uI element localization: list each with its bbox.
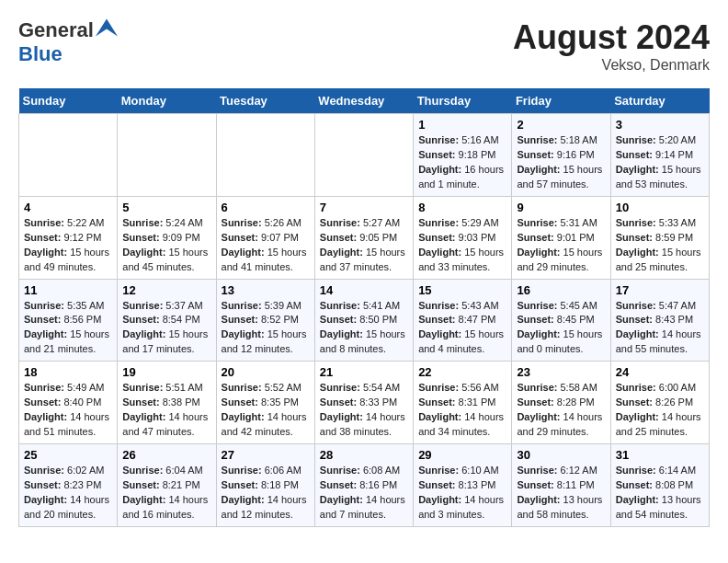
calendar-cell: 6Sunrise: 5:26 AMSunset: 9:07 PMDaylight… bbox=[216, 196, 314, 279]
day-number: 19 bbox=[122, 365, 210, 379]
calendar-cell: 2Sunrise: 5:18 AMSunset: 9:16 PMDaylight… bbox=[512, 114, 610, 197]
day-info: Sunrise: 5:29 AMSunset: 9:03 PMDaylight:… bbox=[418, 216, 506, 275]
day-number: 6 bbox=[222, 201, 310, 214]
calendar-cell: 4Sunrise: 5:22 AMSunset: 9:12 PMDaylight… bbox=[19, 196, 118, 279]
day-info: Sunrise: 6:12 AMSunset: 8:11 PMDaylight:… bbox=[517, 464, 605, 523]
logo-blue-text: Blue bbox=[18, 42, 63, 65]
calendar-cell: 13Sunrise: 5:39 AMSunset: 8:52 PMDayligh… bbox=[216, 279, 314, 362]
day-number: 16 bbox=[517, 283, 605, 297]
day-number: 23 bbox=[517, 365, 605, 379]
logo-bird-icon bbox=[96, 18, 118, 37]
calendar-cell: 5Sunrise: 5:24 AMSunset: 9:09 PMDaylight… bbox=[118, 196, 216, 279]
day-info: Sunrise: 5:16 AMSunset: 9:18 PMDaylight:… bbox=[418, 133, 506, 192]
logo: General Blue bbox=[18, 18, 118, 66]
calendar-cell: 14Sunrise: 5:41 AMSunset: 8:50 PMDayligh… bbox=[314, 279, 413, 362]
calendar-cell: 22Sunrise: 5:56 AMSunset: 8:31 PMDayligh… bbox=[414, 362, 512, 444]
calendar-week-3: 11Sunrise: 5:35 AMSunset: 8:56 PMDayligh… bbox=[19, 279, 710, 362]
header-day-sunday: Sunday bbox=[19, 88, 118, 114]
day-number: 29 bbox=[418, 448, 506, 462]
day-number: 22 bbox=[418, 365, 506, 379]
calendar-header-row: SundayMondayTuesdayWednesdayThursdayFrid… bbox=[19, 88, 710, 114]
calendar-cell: 26Sunrise: 6:04 AMSunset: 8:21 PMDayligh… bbox=[118, 444, 216, 527]
calendar-cell: 8Sunrise: 5:29 AMSunset: 9:03 PMDaylight… bbox=[414, 196, 512, 279]
calendar-cell: 25Sunrise: 6:02 AMSunset: 8:23 PMDayligh… bbox=[19, 444, 118, 527]
page-header: General Blue August 2024 Vekso, Denmark bbox=[18, 18, 710, 74]
day-info: Sunrise: 5:33 AMSunset: 8:59 PMDaylight:… bbox=[616, 216, 704, 275]
calendar-cell: 16Sunrise: 5:45 AMSunset: 8:45 PMDayligh… bbox=[512, 279, 610, 362]
calendar-cell: 23Sunrise: 5:58 AMSunset: 8:28 PMDayligh… bbox=[512, 362, 610, 444]
day-number: 4 bbox=[24, 201, 112, 214]
calendar-week-1: 1Sunrise: 5:16 AMSunset: 9:18 PMDaylight… bbox=[19, 114, 710, 197]
calendar-cell: 17Sunrise: 5:47 AMSunset: 8:43 PMDayligh… bbox=[610, 279, 709, 362]
day-number: 15 bbox=[418, 283, 506, 297]
day-info: Sunrise: 6:06 AMSunset: 8:18 PMDaylight:… bbox=[222, 464, 310, 523]
day-number: 8 bbox=[418, 201, 506, 214]
day-info: Sunrise: 5:41 AMSunset: 8:50 PMDaylight:… bbox=[320, 299, 408, 358]
day-number: 5 bbox=[122, 201, 210, 214]
day-number: 26 bbox=[122, 448, 210, 462]
day-number: 9 bbox=[517, 201, 605, 214]
calendar-cell: 19Sunrise: 5:51 AMSunset: 8:38 PMDayligh… bbox=[118, 362, 216, 444]
day-number: 2 bbox=[517, 118, 605, 132]
day-info: Sunrise: 5:22 AMSunset: 9:12 PMDaylight:… bbox=[24, 216, 112, 275]
calendar-cell bbox=[19, 114, 118, 197]
header-day-wednesday: Wednesday bbox=[314, 88, 413, 114]
day-info: Sunrise: 5:51 AMSunset: 8:38 PMDaylight:… bbox=[122, 381, 210, 440]
day-info: Sunrise: 5:35 AMSunset: 8:56 PMDaylight:… bbox=[24, 299, 112, 358]
svg-marker-0 bbox=[96, 18, 118, 36]
calendar-week-4: 18Sunrise: 5:49 AMSunset: 8:40 PMDayligh… bbox=[19, 362, 710, 444]
day-info: Sunrise: 5:20 AMSunset: 9:14 PMDaylight:… bbox=[616, 133, 704, 192]
calendar-cell: 7Sunrise: 5:27 AMSunset: 9:05 PMDaylight… bbox=[314, 196, 413, 279]
day-number: 24 bbox=[616, 365, 704, 379]
day-number: 31 bbox=[616, 448, 704, 462]
calendar-cell: 27Sunrise: 6:06 AMSunset: 8:18 PMDayligh… bbox=[216, 444, 314, 527]
day-number: 12 bbox=[122, 283, 210, 297]
page-title: August 2024 bbox=[513, 18, 710, 57]
calendar-table: SundayMondayTuesdayWednesdayThursdayFrid… bbox=[18, 88, 710, 527]
day-number: 20 bbox=[222, 365, 310, 379]
calendar-cell bbox=[314, 114, 413, 197]
day-info: Sunrise: 5:52 AMSunset: 8:35 PMDaylight:… bbox=[222, 381, 310, 440]
logo-general-text: General bbox=[18, 18, 94, 41]
day-info: Sunrise: 6:00 AMSunset: 8:26 PMDaylight:… bbox=[616, 381, 704, 440]
day-number: 14 bbox=[320, 283, 408, 297]
day-info: Sunrise: 5:56 AMSunset: 8:31 PMDaylight:… bbox=[418, 381, 506, 440]
calendar-cell: 1Sunrise: 5:16 AMSunset: 9:18 PMDaylight… bbox=[414, 114, 512, 197]
day-number: 21 bbox=[320, 365, 408, 379]
day-info: Sunrise: 5:24 AMSunset: 9:09 PMDaylight:… bbox=[122, 216, 210, 275]
calendar-cell: 20Sunrise: 5:52 AMSunset: 8:35 PMDayligh… bbox=[216, 362, 314, 444]
day-info: Sunrise: 5:39 AMSunset: 8:52 PMDaylight:… bbox=[222, 299, 310, 358]
calendar-cell bbox=[118, 114, 216, 197]
day-number: 7 bbox=[320, 201, 408, 214]
day-info: Sunrise: 6:14 AMSunset: 8:08 PMDaylight:… bbox=[616, 464, 704, 523]
day-info: Sunrise: 6:10 AMSunset: 8:13 PMDaylight:… bbox=[418, 464, 506, 523]
calendar-week-2: 4Sunrise: 5:22 AMSunset: 9:12 PMDaylight… bbox=[19, 196, 710, 279]
calendar-cell: 10Sunrise: 5:33 AMSunset: 8:59 PMDayligh… bbox=[610, 196, 709, 279]
day-info: Sunrise: 5:43 AMSunset: 8:47 PMDaylight:… bbox=[418, 299, 506, 358]
day-info: Sunrise: 5:54 AMSunset: 8:33 PMDaylight:… bbox=[320, 381, 408, 440]
header-day-tuesday: Tuesday bbox=[216, 88, 314, 114]
calendar-cell: 29Sunrise: 6:10 AMSunset: 8:13 PMDayligh… bbox=[414, 444, 512, 527]
day-info: Sunrise: 5:18 AMSunset: 9:16 PMDaylight:… bbox=[517, 133, 605, 192]
calendar-cell: 3Sunrise: 5:20 AMSunset: 9:14 PMDaylight… bbox=[610, 114, 709, 197]
day-info: Sunrise: 5:58 AMSunset: 8:28 PMDaylight:… bbox=[517, 381, 605, 440]
page-subtitle: Vekso, Denmark bbox=[513, 57, 710, 74]
day-number: 10 bbox=[616, 201, 704, 214]
calendar-cell: 30Sunrise: 6:12 AMSunset: 8:11 PMDayligh… bbox=[512, 444, 610, 527]
calendar-cell: 11Sunrise: 5:35 AMSunset: 8:56 PMDayligh… bbox=[19, 279, 118, 362]
header-day-monday: Monday bbox=[118, 88, 216, 114]
day-number: 11 bbox=[24, 283, 112, 297]
calendar-cell: 12Sunrise: 5:37 AMSunset: 8:54 PMDayligh… bbox=[118, 279, 216, 362]
day-info: Sunrise: 5:49 AMSunset: 8:40 PMDaylight:… bbox=[24, 381, 112, 440]
calendar-cell: 31Sunrise: 6:14 AMSunset: 8:08 PMDayligh… bbox=[610, 444, 709, 527]
day-number: 27 bbox=[222, 448, 310, 462]
day-number: 30 bbox=[517, 448, 605, 462]
calendar-cell bbox=[216, 114, 314, 197]
day-info: Sunrise: 5:37 AMSunset: 8:54 PMDaylight:… bbox=[122, 299, 210, 358]
calendar-week-5: 25Sunrise: 6:02 AMSunset: 8:23 PMDayligh… bbox=[19, 444, 710, 527]
day-info: Sunrise: 5:26 AMSunset: 9:07 PMDaylight:… bbox=[222, 216, 310, 275]
day-number: 25 bbox=[24, 448, 112, 462]
day-number: 28 bbox=[320, 448, 408, 462]
calendar-cell: 9Sunrise: 5:31 AMSunset: 9:01 PMDaylight… bbox=[512, 196, 610, 279]
header-day-thursday: Thursday bbox=[414, 88, 512, 114]
